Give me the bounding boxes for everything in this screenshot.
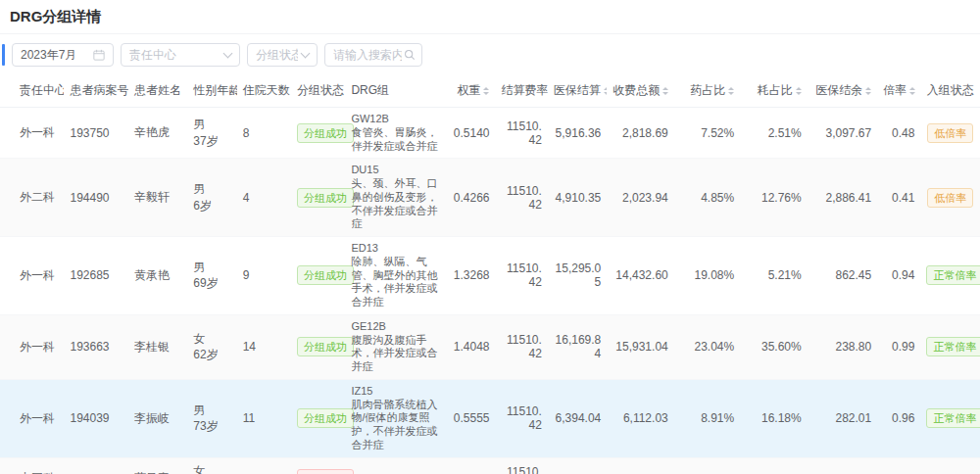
age-text: 73岁: [193, 418, 230, 434]
page-title: DRG分组详情: [10, 8, 970, 26]
table-row[interactable]: 外一科193750辛艳虎男37岁8分组成功GW12B食管炎、胃肠炎，伴并发症或合…: [0, 108, 980, 159]
column-header-days[interactable]: 住院天数: [237, 74, 291, 108]
cell-case_no: 193663: [64, 314, 127, 379]
sort-caret-icon[interactable]: [604, 87, 607, 95]
search-box[interactable]: [324, 43, 422, 67]
age-text: 6岁: [193, 198, 230, 213]
cell-dept: 内三科: [0, 457, 64, 474]
gender-text: 男: [193, 260, 230, 275]
cell-dept: 外二科: [0, 159, 64, 237]
cell-gender_age: 男69岁: [187, 237, 236, 315]
chevron-down-icon: [301, 49, 311, 59]
cell-weight: 0.5140: [444, 108, 495, 159]
cell-days: 11: [237, 379, 291, 457]
cell-multiplier: 0.94: [877, 237, 920, 315]
column-header-gender_age: 性别年龄: [187, 74, 236, 108]
cell-multiplier: 0.41: [877, 159, 920, 237]
drg-description: 头、颈、外耳、口鼻的创伤及变形，不伴并发症或合并症: [351, 177, 438, 231]
cell-days: 4: [237, 159, 291, 237]
cell-entry_status: 低倍率: [920, 108, 980, 159]
table-row[interactable]: 外二科194490辛毅轩男6岁4分组成功DU15头、颈、外耳、口鼻的创伤及变形，…: [0, 159, 980, 237]
cell-name: 辛毅轩: [128, 159, 187, 237]
column-header-rate: 结算费率: [495, 74, 547, 108]
column-header-label: 收费总额: [612, 83, 660, 97]
search-input[interactable]: [331, 47, 404, 63]
cell-case_no: 192685: [64, 237, 127, 315]
entry-status-tag: 低倍率: [927, 188, 973, 208]
table-row[interactable]: 外一科192685黄承艳男69岁9分组成功ED13除肺、纵隔、气管、胸壁外的其他…: [0, 237, 980, 315]
cell-dept: 外一科: [0, 379, 64, 457]
cell-rate: 11510.42: [495, 457, 547, 474]
cell-case_no: 194490: [64, 159, 127, 237]
drg-code: GE12B: [351, 320, 438, 334]
column-header-label: 性别年龄: [193, 83, 236, 97]
group-status-select[interactable]: 分组状态: [247, 43, 318, 67]
cell-entry_status: [920, 457, 980, 474]
date-picker[interactable]: 2023年7月: [12, 43, 114, 67]
column-header-label: 责任中心: [20, 83, 64, 97]
cell-settlement: 5,916.36: [548, 108, 607, 159]
age-text: 37岁: [193, 133, 230, 149]
cell-settlement: 16,169.84: [548, 314, 607, 379]
cell-case_no: 193750: [64, 108, 127, 159]
sort-caret-icon[interactable]: [662, 87, 668, 95]
column-header-multiplier[interactable]: 倍率: [877, 74, 920, 108]
cell-drg: ED13除肺、纵隔、气管、胸壁外的其他手术，伴并发症或合并症: [345, 237, 444, 315]
calendar-icon: [93, 49, 105, 61]
cell-case_no: 194039: [64, 379, 127, 457]
sort-caret-icon[interactable]: [483, 87, 489, 95]
cell-days: 8: [237, 108, 291, 159]
search-icon[interactable]: [404, 49, 416, 61]
group-status-tag: 分组成功: [297, 188, 354, 208]
cell-drug_pct: 7.52%: [674, 108, 740, 159]
cell-entry_status: 正常倍率: [920, 237, 980, 315]
drg-description: 腹股沟及腹疝手术，伴并发症或合并症: [351, 334, 438, 374]
cell-name: 李桂银: [128, 314, 187, 379]
group-status-tag: 分组成功: [297, 265, 354, 285]
gender-text: 男: [193, 181, 230, 197]
sort-caret-icon[interactable]: [728, 87, 734, 95]
sort-caret-icon[interactable]: [909, 87, 915, 95]
table-row[interactable]: 外一科193663李桂银女62岁14分组成功GE12B腹股沟及腹疝手术，伴并发症…: [0, 314, 980, 379]
column-header-weight[interactable]: 权重: [444, 74, 495, 108]
cell-settlement: 6,394.04: [548, 379, 607, 457]
column-header-drug_pct[interactable]: 药占比: [674, 74, 740, 108]
table-row[interactable]: 内三科193028董凤喜女67岁8无法分组00000.000011510.420…: [0, 457, 980, 474]
sort-caret-icon[interactable]: [865, 87, 871, 95]
cell-drug_pct: 4.85%: [674, 159, 740, 237]
group-status-tag: 分组成功: [297, 337, 354, 356]
cell-case_no: 193028: [64, 457, 127, 474]
gender-text: 女: [193, 463, 230, 474]
cell-days: 8: [237, 457, 291, 474]
column-header-settlement[interactable]: 医保结算: [548, 74, 607, 108]
table-row[interactable]: 外一科194039李振岐男73岁11分组成功IZ15肌肉骨骼系统植入物/假体的康…: [0, 379, 980, 457]
cell-group_status: 无法分组: [291, 457, 345, 474]
entry-status-tag: 正常倍率: [926, 265, 980, 285]
cell-balance: 282.01: [808, 379, 878, 457]
cell-weight: 0.4266: [444, 159, 495, 237]
entry-status-tag: 低倍率: [927, 123, 973, 143]
cell-weight: 0.5555: [444, 379, 495, 457]
cell-entry_status: 正常倍率: [920, 379, 980, 457]
cell-group_status: 分组成功: [291, 379, 345, 457]
cell-consumable_pct: 16.18%: [740, 379, 807, 457]
cell-weight: 0.0000: [444, 457, 495, 474]
cell-drug_pct: 46.35%: [674, 457, 740, 474]
drg-detail-page: DRG分组详情 2023年7月 责任中心 分组状态: [0, 0, 980, 474]
entry-status-tag: 正常倍率: [926, 408, 980, 428]
dept-select[interactable]: 责任中心: [121, 43, 240, 67]
column-header-entry_status: 入组状态: [920, 74, 980, 108]
column-header-consumable_pct[interactable]: 耗占比: [740, 74, 807, 108]
column-header-label: 耗占比: [758, 83, 793, 97]
cell-gender_age: 男37岁: [187, 108, 236, 159]
chevron-down-icon: [223, 49, 233, 59]
column-header-total[interactable]: 收费总额: [607, 74, 673, 108]
column-header-balance[interactable]: 医保结余: [808, 74, 878, 108]
drg-code: ED13: [351, 242, 438, 256]
cell-rate: 11510.42: [495, 159, 547, 237]
sort-caret-icon[interactable]: [796, 87, 802, 95]
cell-balance: -9,242.70: [808, 457, 878, 474]
cell-group_status: 分组成功: [291, 314, 345, 379]
age-text: 62岁: [193, 347, 230, 362]
cell-name: 黄承艳: [128, 237, 187, 315]
